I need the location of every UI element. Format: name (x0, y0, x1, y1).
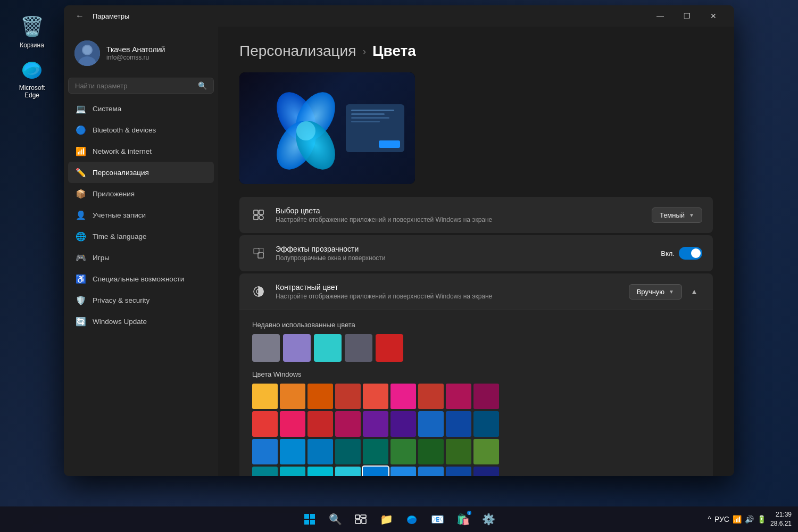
win-color-0-0[interactable] (252, 384, 278, 409)
window-controls: — ❐ ✕ (648, 7, 726, 24)
win-color-1-0[interactable] (252, 411, 278, 437)
win-color-0-7[interactable] (446, 384, 471, 409)
search-input[interactable] (75, 82, 198, 90)
win-color-3-4[interactable]: ✓ (363, 467, 388, 476)
time-icon: 🌐 (76, 231, 86, 242)
win-color-1-5[interactable] (390, 411, 416, 437)
settings-taskbar-button[interactable]: ⚙️ (478, 509, 499, 530)
network-label: Network & internet (93, 147, 206, 155)
color-choice-dropdown[interactable]: Темный ▼ (652, 207, 702, 223)
recent-color-swatch-0[interactable] (252, 334, 280, 362)
back-button[interactable]: ← (72, 9, 87, 23)
sidebar-item-network[interactable]: 📶 Network & internet (68, 140, 214, 162)
sidebar-item-accounts[interactable]: 👤 Учетные записи (68, 204, 214, 226)
recent-color-swatch-4[interactable] (376, 334, 403, 362)
win-color-1-4[interactable] (363, 411, 388, 437)
time-label: Time & language (93, 232, 206, 240)
color-choice-row[interactable]: Выбор цвета Настройте отображение прилож… (239, 197, 713, 233)
minimize-button[interactable]: — (648, 7, 672, 24)
win-color-1-3[interactable] (335, 411, 361, 437)
edge-taskbar-button[interactable] (401, 509, 422, 530)
sidebar-item-gaming[interactable]: 🎮 Игры (68, 247, 214, 268)
task-view-button[interactable] (350, 509, 371, 530)
win-color-2-6[interactable] (418, 439, 444, 464)
win-color-1-8[interactable] (473, 411, 499, 437)
win-color-0-3[interactable] (335, 384, 361, 409)
win-color-2-7[interactable] (446, 439, 471, 464)
contrast-dropdown-arrow-icon: ▼ (669, 289, 674, 295)
recent-color-swatch-1[interactable] (283, 334, 311, 362)
lang-indicator[interactable]: РУС (714, 515, 729, 523)
apps-icon: 📦 (76, 188, 86, 199)
contrast-chevron-button[interactable]: ▲ (686, 284, 702, 300)
win-color-2-0[interactable] (252, 439, 278, 464)
win-color-2-3[interactable] (335, 439, 361, 464)
win-color-3-8[interactable] (473, 467, 499, 476)
transparency-title: Эффекты прозрачности (276, 245, 652, 253)
taskbar-right: ^ РУС 📶 🔊 🔋 21:39 28.6.21 (708, 510, 792, 528)
sidebar-item-update[interactable]: 🔄 Windows Update (68, 311, 214, 332)
win-color-0-5[interactable] (390, 384, 416, 409)
recent-colors-row (252, 334, 700, 362)
recent-color-swatch-2[interactable] (314, 334, 342, 362)
recent-colors-section: Недавно использованные цвета (252, 321, 700, 362)
title-bar: ← Параметры — ❐ ✕ (64, 5, 734, 27)
contrast-row[interactable]: Контрастный цвет Настройте отображение п… (239, 273, 713, 310)
transparency-row[interactable]: Эффекты прозрачности Полупрозрачные окна… (239, 235, 713, 271)
title-bar-left: ← Параметры (72, 9, 129, 23)
win-color-3-1[interactable] (280, 467, 305, 476)
maximize-button[interactable]: ❐ (675, 7, 699, 24)
clock-time: 21:39 (770, 510, 792, 519)
chevron-up-icon[interactable]: ^ (708, 515, 711, 523)
win-color-3-5[interactable] (390, 467, 416, 476)
win-color-2-5[interactable] (390, 439, 416, 464)
search-box: 🔍 (68, 78, 214, 94)
win-color-2-4[interactable] (363, 439, 388, 464)
sidebar-item-personalization[interactable]: ✏️ Персонализация (68, 162, 214, 183)
win-color-0-1[interactable] (280, 384, 305, 409)
breadcrumb-separator: › (362, 45, 366, 57)
preview-mini-lines (349, 107, 401, 124)
svg-rect-11 (259, 210, 263, 214)
win-color-2-8[interactable] (473, 439, 499, 464)
desktop-icon-recycle-bin[interactable]: 🗑️ Корзина (11, 11, 53, 52)
win-color-3-2[interactable] (307, 467, 333, 476)
recent-color-swatch-3[interactable] (345, 334, 372, 362)
taskbar-time[interactable]: 21:39 28.6.21 (770, 510, 792, 528)
svg-rect-18 (304, 514, 309, 519)
win-color-2-1[interactable] (280, 439, 305, 464)
sidebar-item-apps[interactable]: 📦 Приложения (68, 183, 214, 204)
sidebar-item-system[interactable]: 💻 Система (68, 98, 214, 119)
explorer-button[interactable]: 📁 (376, 509, 397, 530)
win-color-1-2[interactable] (307, 411, 333, 437)
win-color-0-8[interactable] (473, 384, 499, 409)
win-color-0-6[interactable] (418, 384, 444, 409)
sidebar-item-time[interactable]: 🌐 Time & language (68, 226, 214, 247)
start-button[interactable] (299, 509, 320, 530)
user-profile[interactable]: Ткачев Анатолий info@comss.ru (68, 35, 214, 71)
close-button[interactable]: ✕ (701, 7, 726, 24)
win-color-1-7[interactable] (446, 411, 471, 437)
breadcrumb-parent: Персонализация (239, 43, 356, 60)
mail-taskbar-button[interactable]: 📧 (427, 509, 448, 530)
content-area: Ткачев Анатолий info@comss.ru 🔍 💻 Систем… (64, 27, 734, 476)
win-color-3-3[interactable] (335, 467, 361, 476)
win-color-3-6[interactable] (418, 467, 444, 476)
sidebar-item-bluetooth[interactable]: 🔵 Bluetooth & devices (68, 119, 214, 140)
contrast-dropdown[interactable]: Вручную ▼ (629, 284, 682, 300)
transparency-toggle[interactable] (679, 247, 702, 260)
win-color-3-7[interactable] (446, 467, 471, 476)
win-color-1-1[interactable] (280, 411, 305, 437)
sidebar-item-accessibility[interactable]: ♿ Специальные возможности (68, 268, 214, 289)
win-color-0-4[interactable] (363, 384, 388, 409)
accessibility-label: Специальные возможности (93, 275, 206, 283)
win-color-2-2[interactable] (307, 439, 333, 464)
user-name: Ткачев Анатолий (106, 45, 165, 54)
win-color-1-6[interactable] (418, 411, 444, 437)
sidebar-item-privacy[interactable]: 🛡️ Privacy & security (68, 289, 214, 311)
win-color-0-2[interactable] (307, 384, 333, 409)
desktop-icon-edge[interactable]: Microsoft Edge (11, 53, 53, 102)
search-taskbar-button[interactable]: 🔍 (325, 509, 346, 530)
win-color-3-0[interactable] (252, 467, 278, 476)
store-taskbar-button[interactable]: 🛍️ 1 (452, 509, 473, 530)
